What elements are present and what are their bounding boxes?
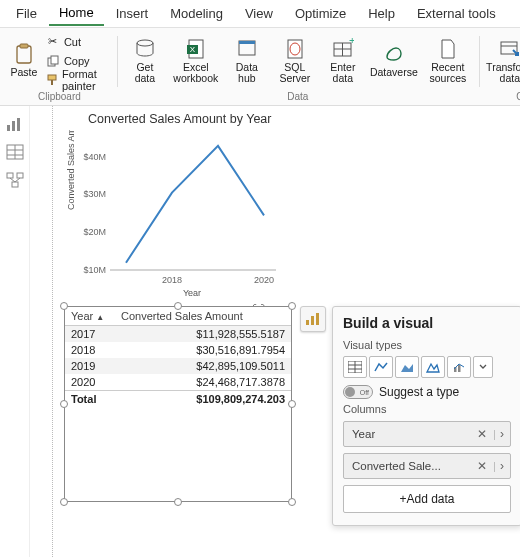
suggest-type-label: Suggest a type (379, 385, 459, 399)
add-data-button[interactable]: +Add data (343, 485, 511, 513)
resize-handle[interactable] (60, 400, 68, 408)
svg-text:2018: 2018 (162, 275, 182, 285)
report-canvas: Converted Sales Amount by Year Converted… (30, 106, 520, 557)
col-amount-header[interactable]: Converted Sales Amount (115, 307, 291, 326)
resize-handle[interactable] (288, 400, 296, 408)
svg-rect-49 (458, 365, 461, 372)
format-painter-button[interactable]: Format painter (46, 71, 111, 89)
svg-text:+: + (349, 38, 354, 46)
transform-data-button[interactable]: Transform data (485, 32, 520, 90)
svg-point-6 (137, 40, 153, 46)
dataverse-button[interactable]: Dataverse (369, 32, 419, 90)
build-visual-panel: Build a visual Visual types Off Suggest … (332, 306, 520, 526)
svg-rect-1 (20, 44, 28, 48)
svg-marker-46 (401, 364, 413, 372)
svg-rect-27 (7, 173, 13, 178)
tab-home[interactable]: Home (49, 1, 104, 26)
view-rail (0, 106, 30, 557)
svg-text:$40M: $40M (83, 152, 106, 162)
ribbon-group-clipboard: Paste ✂Cut Copy Format painter Clipboard (2, 30, 117, 105)
data-hub-button[interactable]: Data hub (225, 32, 269, 90)
table-row[interactable]: 2018$30,516,891.7954 (65, 342, 291, 358)
remove-field-icon[interactable]: ✕ (473, 459, 491, 473)
excel-workbook-button[interactable]: XExcel workbook (171, 32, 221, 90)
group-label-data: Data (287, 91, 308, 105)
table-visual[interactable]: Year ▲ Converted Sales Amount 2017$11,92… (64, 306, 292, 502)
svg-rect-29 (12, 182, 18, 187)
group-label-clipboard: Clipboard (38, 91, 81, 105)
table-row[interactable]: 2017$11,928,555.5187 (65, 326, 291, 343)
svg-rect-28 (17, 173, 23, 178)
scissors-icon: ✂ (46, 35, 60, 49)
svg-text:X: X (190, 45, 196, 54)
field-menu-icon[interactable]: › (498, 427, 506, 441)
sql-server-button[interactable]: SQL Server (273, 32, 317, 90)
field-menu-icon[interactable]: › (498, 459, 506, 473)
paintbrush-icon (46, 73, 58, 87)
table-row[interactable]: 2019$42,895,109.5011 (65, 358, 291, 374)
resize-handle[interactable] (288, 302, 296, 310)
visual-type-line[interactable] (369, 356, 393, 378)
svg-rect-3 (51, 56, 58, 64)
enter-data-button[interactable]: +Enter data (321, 32, 365, 90)
svg-text:$20M: $20M (83, 227, 106, 237)
table-total-row: Total$109,809,274.203 (65, 391, 291, 408)
tab-help[interactable]: Help (358, 2, 405, 25)
remove-field-icon[interactable]: ✕ (473, 427, 491, 441)
ribbon-group-queries: Transform data Refresh Queries (479, 30, 520, 105)
svg-text:2020: 2020 (254, 275, 274, 285)
model-view-icon[interactable] (6, 172, 24, 188)
tab-view[interactable]: View (235, 2, 283, 25)
suggest-type-toggle[interactable]: Off (343, 385, 373, 399)
tab-optimize[interactable]: Optimize (285, 2, 356, 25)
visual-types-row (343, 355, 511, 379)
ribbon-tabs: File Home Insert Modeling View Optimize … (0, 0, 520, 28)
ribbon-group-data: Get data XExcel workbook Data hub SQL Se… (117, 30, 479, 105)
tab-external-tools[interactable]: External tools (407, 2, 506, 25)
field-year[interactable]: Year ✕|› (343, 421, 511, 447)
ribbon: Paste ✂Cut Copy Format painter Clipboard… (0, 28, 520, 106)
visual-type-more[interactable] (473, 356, 493, 378)
resize-handle[interactable] (60, 302, 68, 310)
bar-chart-icon (305, 312, 321, 326)
get-data-button[interactable]: Get data (123, 32, 167, 90)
data-view-icon[interactable] (6, 144, 24, 160)
visual-type-area[interactable] (395, 356, 419, 378)
visual-type-combo[interactable] (447, 356, 471, 378)
svg-rect-0 (17, 46, 31, 63)
group-label-queries: Queries (516, 91, 520, 105)
tab-modeling[interactable]: Modeling (160, 2, 233, 25)
report-view-icon[interactable] (6, 116, 24, 132)
tab-file[interactable]: File (6, 2, 47, 25)
visual-type-table[interactable] (343, 356, 367, 378)
svg-text:$10M: $10M (83, 265, 106, 275)
excel-icon: X (185, 38, 207, 60)
columns-label: Columns (343, 403, 511, 415)
svg-line-31 (15, 178, 20, 182)
visual-type-mountain[interactable] (421, 356, 445, 378)
resize-handle[interactable] (174, 498, 182, 506)
svg-marker-47 (427, 364, 439, 372)
svg-rect-22 (17, 118, 20, 131)
data-table: Year ▲ Converted Sales Amount 2017$11,92… (65, 307, 291, 407)
paste-button[interactable]: Paste (8, 32, 40, 90)
chart-title: Converted Sales Amount by Year (88, 112, 292, 126)
svg-rect-40 (311, 316, 314, 325)
canvas-guide (52, 106, 53, 557)
copy-icon (46, 54, 60, 68)
line-chart-visual[interactable]: Converted Sales Amount by Year Converted… (64, 110, 292, 320)
document-icon (437, 38, 459, 60)
database-icon (134, 38, 156, 60)
col-year-header[interactable]: Year ▲ (65, 307, 115, 326)
svg-rect-21 (12, 121, 15, 131)
resize-handle[interactable] (288, 498, 296, 506)
recent-sources-button[interactable]: Recent sources (423, 32, 473, 90)
data-hub-icon (236, 38, 258, 60)
resize-handle[interactable] (60, 498, 68, 506)
field-converted-sales[interactable]: Converted Sale... ✕|› (343, 453, 511, 479)
table-row[interactable]: 2020$24,468,717.3878 (65, 374, 291, 391)
visual-switch-button[interactable] (300, 306, 326, 332)
tab-insert[interactable]: Insert (106, 2, 159, 25)
cut-button[interactable]: ✂Cut (46, 33, 111, 51)
resize-handle[interactable] (174, 302, 182, 310)
